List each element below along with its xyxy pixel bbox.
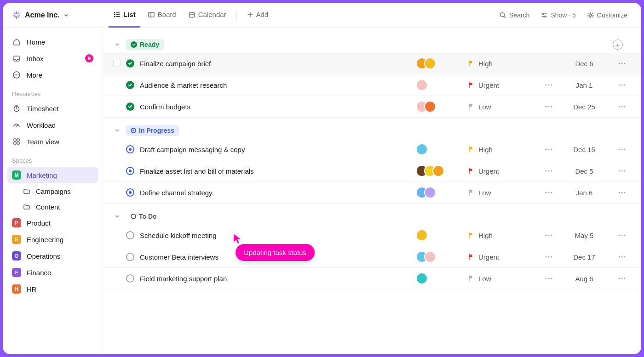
task-priority[interactable]: Low xyxy=(467,275,536,283)
customize-button[interactable]: Customize xyxy=(582,9,632,22)
folder-item[interactable]: Content xyxy=(7,199,98,215)
task-date[interactable]: Aug 6 xyxy=(561,275,607,283)
nav-home[interactable]: Home xyxy=(7,34,98,50)
avatar[interactable] xyxy=(424,57,436,69)
task-more-button[interactable] xyxy=(613,62,631,64)
view-tab-calendar[interactable]: Calendar xyxy=(184,3,231,28)
subtask-indicator[interactable] xyxy=(542,84,556,86)
task-more-button[interactable] xyxy=(613,106,631,108)
subtask-indicator[interactable] xyxy=(542,106,556,108)
assignees[interactable] xyxy=(416,272,462,284)
show-button[interactable]: Show · 5 xyxy=(536,9,580,22)
task-status-circle[interactable] xyxy=(126,81,134,89)
folder-item[interactable]: Campaigns xyxy=(7,183,98,199)
subtask-indicator[interactable] xyxy=(542,234,556,236)
collapse-toggle[interactable] xyxy=(113,212,121,221)
avatar[interactable] xyxy=(432,165,444,177)
task-more-button[interactable] xyxy=(613,278,631,279)
search-button[interactable]: Search xyxy=(494,9,534,22)
task-more-button[interactable] xyxy=(613,192,631,193)
assignees[interactable] xyxy=(416,251,462,263)
assignees[interactable] xyxy=(416,79,462,91)
task-status-circle[interactable] xyxy=(126,145,134,153)
task-more-button[interactable] xyxy=(613,84,631,86)
task-row[interactable]: Finalize campaign brief High Dec 6 xyxy=(103,53,641,74)
subtask-indicator[interactable] xyxy=(542,256,556,258)
task-row[interactable]: Finalize asset list and bill of material… xyxy=(103,160,641,182)
collapse-toggle[interactable] xyxy=(113,40,121,49)
task-status-circle[interactable] xyxy=(126,253,134,261)
task-status-circle[interactable] xyxy=(126,102,134,111)
collapse-toggle[interactable] xyxy=(113,126,121,135)
task-date[interactable]: Dec 17 xyxy=(561,253,607,261)
assignees[interactable] xyxy=(416,101,462,113)
task-priority[interactable]: Low xyxy=(467,103,536,111)
nav-workload[interactable]: Workload xyxy=(7,117,98,133)
task-row[interactable]: Field marketing support plan Low Aug 6 xyxy=(103,268,641,289)
task-row[interactable]: Audience & market research Urgent Jan 1 xyxy=(103,74,641,96)
task-date[interactable]: May 5 xyxy=(561,232,607,239)
avatar[interactable] xyxy=(424,101,436,113)
nav-inbox[interactable]: Inbox 9 xyxy=(7,50,98,67)
nav-teamview[interactable]: Team view xyxy=(7,133,98,150)
assignees[interactable] xyxy=(416,143,462,155)
task-status-circle[interactable] xyxy=(126,188,134,197)
space-item[interactable]: FFinance xyxy=(7,264,98,281)
avatar[interactable] xyxy=(424,187,436,198)
task-priority[interactable]: Urgent xyxy=(467,81,536,89)
assignees[interactable] xyxy=(416,187,462,198)
status-pill[interactable]: Ready xyxy=(126,39,164,50)
subtask-indicator[interactable] xyxy=(542,148,556,150)
task-more-button[interactable] xyxy=(613,148,631,150)
assignees[interactable] xyxy=(416,165,462,177)
task-row[interactable]: Schedule kickoff meeting High May 5 xyxy=(103,225,641,246)
workspace-switcher[interactable]: Acme Inc. xyxy=(3,11,103,20)
task-date[interactable]: Dec 15 xyxy=(561,146,607,153)
task-status-circle[interactable] xyxy=(126,274,134,283)
task-priority[interactable]: Low xyxy=(467,189,536,197)
space-item[interactable]: HHR xyxy=(7,281,98,297)
avatar[interactable] xyxy=(416,143,428,155)
subtask-indicator[interactable] xyxy=(542,192,556,193)
space-item[interactable]: MMarketing xyxy=(7,167,98,183)
task-checkbox[interactable] xyxy=(113,60,121,67)
assignees[interactable] xyxy=(416,229,462,241)
task-row[interactable]: Customer Beta interviews Urgent Dec 17 xyxy=(103,246,641,268)
avatar[interactable] xyxy=(424,251,436,263)
view-tab-board[interactable]: Board xyxy=(143,3,181,28)
task-status-circle[interactable] xyxy=(126,59,134,68)
task-priority[interactable]: Urgent xyxy=(467,253,536,261)
task-more-button[interactable] xyxy=(613,234,631,236)
task-date[interactable]: Dec 25 xyxy=(561,103,607,111)
space-item[interactable]: PProduct xyxy=(7,215,98,231)
task-more-button[interactable] xyxy=(613,256,631,258)
task-more-button[interactable] xyxy=(613,170,631,172)
view-tab-add[interactable]: Add xyxy=(242,3,273,28)
status-pill[interactable]: In Progress xyxy=(126,125,179,136)
task-date[interactable]: Jan 6 xyxy=(561,189,607,197)
task-priority[interactable]: High xyxy=(467,232,536,239)
avatar[interactable] xyxy=(416,229,428,241)
task-row[interactable]: Define channel strategy Low Jan 6 xyxy=(103,182,641,204)
status-pill[interactable]: To Do xyxy=(126,211,161,222)
avatar[interactable] xyxy=(416,272,428,284)
task-row[interactable]: Confirm budgets Low Dec 25 xyxy=(103,96,641,118)
task-priority[interactable]: Urgent xyxy=(467,167,536,175)
nav-timesheet[interactable]: Timesheet xyxy=(7,100,98,117)
subtask-indicator[interactable] xyxy=(542,170,556,172)
space-item[interactable]: OOperations xyxy=(7,248,98,264)
task-date[interactable]: Dec 6 xyxy=(561,60,607,68)
assignees[interactable] xyxy=(416,57,462,69)
task-priority[interactable]: High xyxy=(467,146,536,153)
space-item[interactable]: EEngineering xyxy=(7,231,98,248)
task-status-circle[interactable] xyxy=(126,231,134,239)
task-date[interactable]: Dec 5 xyxy=(561,167,607,175)
avatar[interactable] xyxy=(416,79,428,91)
task-row[interactable]: Draft campaign messaging & copy High Dec… xyxy=(103,139,641,160)
task-priority[interactable]: High xyxy=(467,60,536,68)
nav-more[interactable]: More xyxy=(7,67,98,83)
task-status-circle[interactable] xyxy=(126,167,134,175)
view-tab-list[interactable]: List xyxy=(109,3,140,28)
add-task-button[interactable]: + xyxy=(613,40,623,50)
task-date[interactable]: Jan 1 xyxy=(561,81,607,89)
